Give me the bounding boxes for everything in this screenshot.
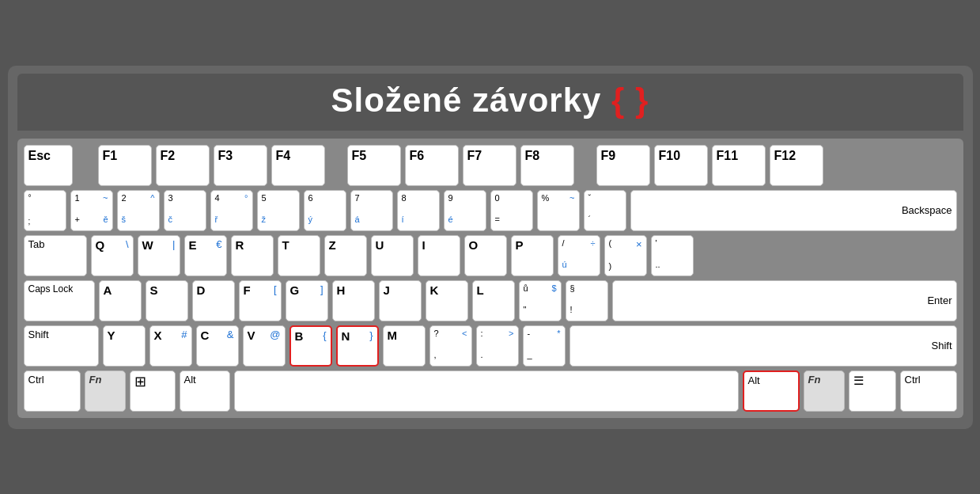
key-shift-left[interactable]: Shift xyxy=(24,325,99,367)
keyboard: Esc F1 F2 F3 F4 F5 F6 F7 F8 F9 F10 F11 F… xyxy=(17,139,963,418)
key-w[interactable]: W| xyxy=(138,235,180,276)
key-bracket-r[interactable]: (× ) xyxy=(604,235,647,276)
key-z[interactable]: Z xyxy=(324,235,367,276)
key-alt-right[interactable]: Alt xyxy=(743,370,800,412)
key-esc[interactable]: Esc xyxy=(24,145,73,186)
key-x[interactable]: X# xyxy=(149,325,192,367)
key-f2[interactable]: F2 xyxy=(156,145,210,186)
key-q[interactable]: Q\ xyxy=(91,235,134,276)
key-0[interactable]: 0 = xyxy=(490,190,533,231)
key-quote[interactable]: § ! xyxy=(566,280,608,321)
key-l[interactable]: L xyxy=(472,280,515,321)
key-2[interactable]: 2^ š xyxy=(117,190,160,231)
key-f12[interactable]: F12 xyxy=(770,145,823,186)
key-b[interactable]: B{ xyxy=(289,325,332,367)
key-caps-lock[interactable]: Caps Lock xyxy=(24,280,95,321)
row-function: Esc F1 F2 F3 F4 F5 F6 F7 F8 F9 F10 F11 F… xyxy=(24,145,957,186)
key-k[interactable]: K xyxy=(426,280,468,321)
row-numbers: ° ; 1~ +ě 2^ š 3 č xyxy=(24,190,957,231)
title-bar: Složené závorky { } xyxy=(17,74,963,131)
page-title: Složené závorky { } xyxy=(17,82,963,120)
key-equals[interactable]: ˇ ´ xyxy=(584,190,626,231)
key-d[interactable]: D xyxy=(192,280,235,321)
key-comma[interactable]: ?< , xyxy=(429,325,472,367)
key-p[interactable]: P xyxy=(511,235,554,276)
key-f5[interactable]: F5 xyxy=(347,145,401,186)
key-ctrl-left[interactable]: Ctrl xyxy=(24,370,81,412)
key-enter[interactable]: Enter xyxy=(612,280,957,321)
key-m[interactable]: M xyxy=(383,325,426,367)
keyboard-wrapper: Složené závorky { } Esc F1 F2 F3 F4 F5 F… xyxy=(8,66,973,429)
braces-highlight: { } xyxy=(611,82,649,119)
key-bracket-l[interactable]: /÷ ú xyxy=(558,235,600,276)
key-ctrl-right[interactable]: Ctrl xyxy=(900,370,957,412)
key-y[interactable]: Y xyxy=(103,325,146,367)
key-u[interactable]: U xyxy=(371,235,414,276)
key-7[interactable]: 7 á xyxy=(350,190,393,231)
key-r[interactable]: R xyxy=(231,235,274,276)
row-shift: Shift Y X# C& V@ xyxy=(24,325,957,367)
key-a[interactable]: A xyxy=(99,280,142,321)
key-1[interactable]: 1~ +ě xyxy=(70,190,113,231)
key-fn[interactable]: Fn xyxy=(85,370,126,412)
key-e[interactable]: E€ xyxy=(184,235,227,276)
key-space[interactable] xyxy=(234,370,739,412)
key-v[interactable]: V@ xyxy=(243,325,286,367)
key-f10[interactable]: F10 xyxy=(654,145,708,186)
key-f[interactable]: F[ xyxy=(239,280,282,321)
key-backslash[interactable]: ' .. xyxy=(651,235,694,276)
row-bottom: Ctrl Fn ⊞ Alt Alt Fn ☰ xyxy=(24,370,957,412)
key-minus[interactable]: %~ xyxy=(537,190,580,231)
key-f9[interactable]: F9 xyxy=(596,145,650,186)
key-o[interactable]: O xyxy=(464,235,507,276)
key-fn-right[interactable]: Fn xyxy=(804,370,845,412)
key-t[interactable]: T xyxy=(278,235,320,276)
row-asdf: Caps Lock A S D F[ G] H J K L xyxy=(24,280,957,321)
key-f3[interactable]: F3 xyxy=(214,145,267,186)
key-f1[interactable]: F1 xyxy=(98,145,152,186)
key-backtick[interactable]: ° ; xyxy=(24,190,66,231)
key-f4[interactable]: F4 xyxy=(271,145,325,186)
key-f8[interactable]: F8 xyxy=(520,145,574,186)
key-backspace[interactable]: Backspace xyxy=(630,190,957,231)
key-f6[interactable]: F6 xyxy=(405,145,459,186)
key-9[interactable]: 9 é xyxy=(444,190,486,231)
key-f7[interactable]: F7 xyxy=(463,145,516,186)
key-alt-left[interactable]: Alt xyxy=(180,370,230,412)
key-period[interactable]: :> . xyxy=(476,325,519,367)
key-6[interactable]: 6 ý xyxy=(304,190,346,231)
key-menu[interactable]: ☰ xyxy=(849,370,896,412)
key-c[interactable]: C& xyxy=(196,325,239,367)
key-tab[interactable]: Tab xyxy=(24,235,87,276)
key-i[interactable]: I xyxy=(418,235,460,276)
key-g[interactable]: G] xyxy=(286,280,328,321)
key-s[interactable]: S xyxy=(146,280,188,321)
key-3[interactable]: 3 č xyxy=(164,190,206,231)
row-qwerty: Tab Q\ W| E€ R T Z U xyxy=(24,235,957,276)
key-8[interactable]: 8 í xyxy=(397,190,440,231)
key-j[interactable]: J xyxy=(379,280,422,321)
key-win[interactable]: ⊞ xyxy=(130,370,176,412)
key-h[interactable]: H xyxy=(332,280,375,321)
key-slash[interactable]: -* _ xyxy=(523,325,566,367)
key-4[interactable]: 4° ř xyxy=(210,190,253,231)
key-n[interactable]: N} xyxy=(336,325,379,367)
key-f11[interactable]: F11 xyxy=(712,145,766,186)
key-shift-right[interactable]: Shift xyxy=(569,325,957,367)
key-semicolon[interactable]: ů$ " xyxy=(519,280,562,321)
key-5[interactable]: 5 ž xyxy=(257,190,300,231)
